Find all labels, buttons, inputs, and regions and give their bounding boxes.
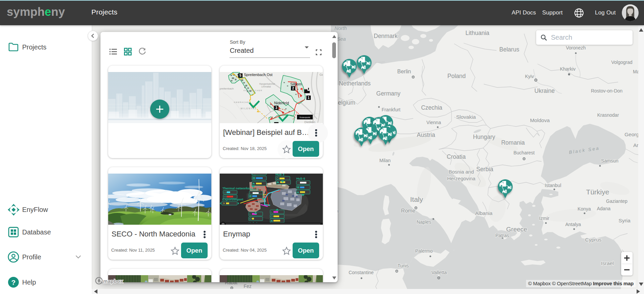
svg-text:Antalya: Antalya bbox=[565, 222, 581, 227]
svg-text:Israel: Israel bbox=[601, 260, 614, 266]
svg-text:Frankfurt: Frankfurt bbox=[382, 107, 400, 112]
svg-text:Knotenpunkt: Knotenpunkt bbox=[300, 116, 310, 118]
svg-text:Vienna: Vienna bbox=[426, 120, 441, 125]
svg-text:Patras: Patras bbox=[496, 233, 509, 238]
svg-text:Türkiye: Türkiye bbox=[586, 188, 609, 196]
svg-text:Croatia: Croatia bbox=[447, 153, 466, 160]
svg-text:Ukraine: Ukraine bbox=[534, 87, 555, 94]
svg-text:Istanbul: Istanbul bbox=[545, 183, 561, 188]
svg-text:Limmattal: Limmattal bbox=[261, 85, 271, 88]
svg-text:H₂: H₂ bbox=[271, 211, 273, 213]
svg-text:Hub 2: Hub 2 bbox=[250, 187, 259, 191]
svg-text:Rostov-on-Don: Rostov-on-Don bbox=[591, 88, 622, 94]
svg-text:Voronezh: Voronezh bbox=[566, 45, 586, 50]
svg-text:mapbox: mapbox bbox=[103, 278, 123, 284]
svg-text:Milan: Milan bbox=[379, 158, 390, 163]
svg-text:WILENTAL: WILENTAL bbox=[241, 107, 257, 110]
svg-text:Moldova: Moldova bbox=[530, 117, 550, 123]
svg-text:Tunis: Tunis bbox=[397, 263, 409, 268]
svg-text:Ma: Ma bbox=[633, 69, 638, 74]
svg-text:5: 5 bbox=[240, 74, 242, 77]
svg-text:1: 1 bbox=[308, 96, 310, 100]
svg-text:GEERACHE: GEERACHE bbox=[234, 101, 249, 103]
svg-text:Cyprus: Cyprus bbox=[585, 237, 601, 243]
svg-text:Romania: Romania bbox=[501, 139, 525, 146]
svg-text:2: 2 bbox=[292, 86, 294, 90]
svg-text:Kyiv: Kyiv bbox=[525, 74, 534, 79]
svg-text:Poland: Poland bbox=[447, 73, 466, 79]
svg-text:Fez: Fez bbox=[244, 284, 251, 289]
svg-text:Samsun: Samsun bbox=[601, 158, 618, 163]
svg-text:Konya: Konya bbox=[577, 206, 591, 212]
svg-text:Hub 6: Hub 6 bbox=[296, 177, 305, 180]
svg-text:Italy: Italy bbox=[410, 195, 423, 203]
svg-text:Silbern: Silbern bbox=[290, 82, 302, 86]
svg-text:Gaziantep: Gaziantep bbox=[606, 198, 628, 204]
svg-text:Constantine: Constantine bbox=[349, 270, 374, 275]
svg-text:Thermal networks: Thermal networks bbox=[222, 186, 250, 190]
svg-text:Austria: Austria bbox=[417, 132, 435, 138]
svg-text:Germany: Germany bbox=[376, 90, 400, 97]
svg-text:Rangierbahnhof: Rangierbahnhof bbox=[259, 83, 275, 85]
svg-text:Palermo: Palermo bbox=[415, 248, 433, 254]
svg-text:North: North bbox=[335, 25, 347, 31]
svg-text:Valletta: Valletta bbox=[431, 270, 447, 275]
svg-text:Niderfeld: Niderfeld bbox=[274, 101, 289, 105]
svg-text:Volgograd: Volgograd bbox=[611, 60, 632, 65]
svg-text:Kharkiv: Kharkiv bbox=[560, 66, 576, 72]
svg-text:Naples: Naples bbox=[417, 219, 431, 225]
svg-text:Lithuania: Lithuania bbox=[465, 30, 489, 36]
svg-text:Spreitenbach Ost: Spreitenbach Ost bbox=[244, 73, 272, 77]
svg-text:Berlin: Berlin bbox=[397, 69, 411, 74]
svg-text:KREUZACHER: KREUZACHER bbox=[244, 89, 262, 91]
svg-text:HTN: HTN bbox=[224, 196, 227, 198]
svg-text:Arm: Arm bbox=[633, 142, 638, 148]
svg-text:Bosnia and: Bosnia and bbox=[448, 169, 474, 175]
svg-text:Adana: Adana bbox=[597, 206, 611, 211]
svg-text:3: 3 bbox=[275, 106, 277, 110]
svg-text:Dietikon: Dietikon bbox=[304, 120, 315, 123]
svg-text:Herzegovina: Herzegovina bbox=[447, 176, 476, 181]
svg-text:preitenbach: preitenbach bbox=[220, 87, 234, 90]
svg-text:Hub 3: Hub 3 bbox=[275, 174, 284, 176]
svg-text:Serbia: Serbia bbox=[476, 166, 493, 173]
svg-text:Gen: Gen bbox=[319, 73, 323, 76]
svg-text:Czechia: Czechia bbox=[421, 104, 442, 111]
svg-text:Syria: Syria bbox=[618, 218, 631, 223]
svg-text:Bucharest: Bucharest bbox=[513, 150, 534, 155]
svg-text:Rome: Rome bbox=[401, 208, 416, 214]
svg-text:Slovakia: Slovakia bbox=[456, 114, 476, 120]
svg-text:Greece: Greece bbox=[506, 226, 527, 233]
svg-text:LTN: LTN bbox=[224, 191, 227, 193]
svg-text:Georgia: Georgia bbox=[625, 132, 638, 137]
svg-text:Hungary: Hungary bbox=[473, 134, 495, 140]
svg-text:Albania: Albania bbox=[475, 210, 492, 216]
svg-text:H₂: H₂ bbox=[249, 213, 251, 215]
svg-text:Sea: Sea bbox=[337, 36, 346, 42]
svg-text:?: ? bbox=[11, 279, 16, 286]
svg-text:Netherlands: Netherlands bbox=[339, 80, 371, 87]
svg-text:Krasnodar: Krasnodar bbox=[597, 112, 619, 118]
svg-text:Belarus: Belarus bbox=[499, 46, 519, 53]
svg-text:Denmark: Denmark bbox=[374, 33, 398, 39]
svg-text:İzmir: İzmir bbox=[539, 215, 550, 221]
